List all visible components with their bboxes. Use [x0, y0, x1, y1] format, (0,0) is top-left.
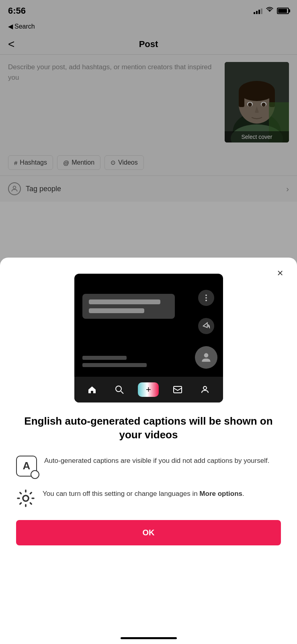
svg-line-20 — [121, 391, 123, 394]
info-row-captions: A Auto-generated captions are visible if… — [16, 456, 281, 477]
svg-point-17 — [205, 300, 207, 301]
home-nav-icon — [83, 381, 101, 398]
profile-avatar — [195, 346, 217, 369]
settings-info-text: You can turn off this setting or change … — [43, 489, 281, 499]
home-indicator — [121, 637, 177, 639]
phone-actions — [195, 290, 217, 369]
caption-line-1 — [89, 299, 160, 304]
modal-title: English auto-generated captions will be … — [16, 415, 281, 442]
svg-point-19 — [116, 386, 121, 392]
phone-mockup: + — [74, 274, 223, 402]
caption-line-2 — [89, 308, 145, 313]
svg-point-18 — [204, 353, 208, 357]
phone-bottom-captions — [82, 356, 147, 370]
inbox-nav-icon — [169, 381, 186, 398]
gear-settings-icon — [16, 489, 35, 508]
auto-captions-icon: A — [16, 456, 37, 477]
phone-nav-bar: + — [74, 377, 223, 402]
ok-button[interactable]: OK — [16, 520, 281, 545]
info-row-settings: You can turn off this setting or change … — [16, 489, 281, 508]
profile-nav-icon — [196, 381, 214, 398]
svg-point-16 — [205, 297, 207, 299]
svg-point-23 — [23, 495, 29, 501]
svg-point-22 — [203, 386, 207, 390]
dots-menu-icon — [198, 290, 214, 306]
share-icon — [198, 318, 214, 334]
create-button: + — [138, 382, 159, 397]
modal-close-button[interactable]: × — [273, 266, 287, 280]
captions-info-text: Auto-generated captions are visible if y… — [44, 456, 281, 466]
caption-box — [82, 294, 175, 319]
modal-content: English auto-generated captions will be … — [0, 415, 297, 508]
svg-point-15 — [205, 295, 207, 296]
svg-rect-21 — [174, 386, 182, 393]
search-nav-icon — [111, 381, 128, 398]
modal-sheet: × — [0, 258, 297, 644]
